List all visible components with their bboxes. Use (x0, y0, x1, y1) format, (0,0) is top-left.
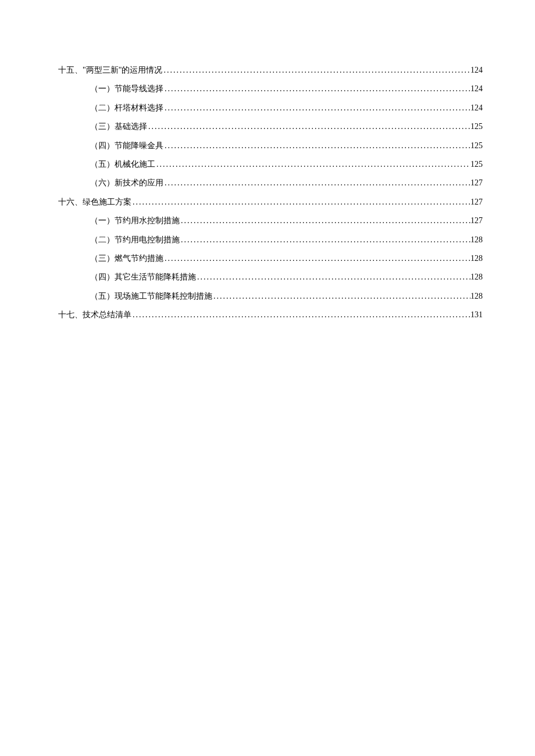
toc-leader-dots (163, 252, 470, 265)
toc-leader-dots (180, 214, 470, 227)
toc-leader-dots (180, 234, 470, 246)
toc-entry: 十六、绿色施工方案127 (58, 196, 483, 209)
toc-entry: （五）机械化施工125 (90, 158, 483, 171)
toc-entry-page: 125 (470, 120, 483, 133)
toc-entry-page: 128 (470, 234, 483, 246)
toc-entry-page: 127 (470, 214, 483, 227)
toc-entry-label: （四）节能降噪金具 (90, 139, 163, 152)
toc-leader-dots (163, 177, 470, 189)
toc-entry-page: 128 (470, 290, 483, 303)
toc-entry: 十七、技术总结清单131 (58, 309, 483, 321)
toc-entry-label: （一）节能导线选择 (90, 83, 163, 95)
toc-entry-label: （二）节约用电控制措施 (90, 234, 180, 246)
toc-entry-label: 十七、技术总结清单 (58, 309, 131, 321)
toc-entry-page: 124 (470, 102, 483, 114)
toc-leader-dots (162, 64, 470, 77)
toc-entry-page: 128 (470, 252, 483, 265)
toc-entry: （六）新技术的应用127 (90, 177, 483, 189)
toc-leader-dots (131, 196, 470, 209)
toc-entry: （三）基础选择125 (90, 120, 483, 133)
toc-entry: （五）现场施工节能降耗控制措施128 (90, 290, 483, 303)
toc-entry: （三）燃气节约措施128 (90, 252, 483, 265)
toc-entry-label: 十五、"两型三新"的运用情况 (58, 64, 162, 77)
toc-entry: （四）节能降噪金具125 (90, 139, 483, 152)
toc-entry-page: 125 (470, 158, 483, 171)
toc-entry: （二）杆塔材料选择124 (90, 102, 483, 114)
toc-entry-label: 十六、绿色施工方案 (58, 196, 131, 209)
toc-entry-page: 127 (470, 177, 483, 189)
toc-leader-dots (131, 309, 470, 321)
toc-entry-label: （二）杆塔材料选择 (90, 102, 163, 114)
toc-entry-label: （四）其它生活节能降耗措施 (90, 271, 196, 284)
toc-entry: （二）节约用电控制措施128 (90, 234, 483, 246)
toc-leader-dots (147, 120, 470, 133)
toc-entry-page: 131 (470, 309, 483, 321)
toc-entry: （一）节约用水控制措施127 (90, 214, 483, 227)
toc-entry-page: 127 (470, 196, 483, 209)
toc-entry: （四）其它生活节能降耗措施128 (90, 271, 483, 284)
toc-entry-page: 128 (470, 271, 483, 284)
toc-entry-page: 124 (470, 83, 483, 95)
toc-entry-label: （三）燃气节约措施 (90, 252, 163, 265)
toc-entry-label: （五）现场施工节能降耗控制措施 (90, 290, 212, 303)
toc-leader-dots (163, 139, 470, 152)
toc-leader-dots (212, 290, 470, 303)
toc-entry-label: （五）机械化施工 (90, 158, 155, 171)
toc-entry-label: （三）基础选择 (90, 120, 147, 133)
table-of-contents: 十五、"两型三新"的运用情况124（一）节能导线选择124（二）杆塔材料选择12… (58, 64, 483, 321)
toc-entry: （一）节能导线选择124 (90, 83, 483, 95)
toc-leader-dots (163, 83, 470, 95)
toc-leader-dots (163, 102, 470, 114)
toc-entry-page: 125 (470, 139, 483, 152)
toc-leader-dots (155, 158, 470, 171)
toc-entry-page: 124 (470, 64, 483, 77)
toc-entry-label: （一）节约用水控制措施 (90, 214, 180, 227)
toc-entry-label: （六）新技术的应用 (90, 177, 163, 189)
toc-leader-dots (196, 271, 470, 284)
toc-entry: 十五、"两型三新"的运用情况124 (58, 64, 483, 77)
